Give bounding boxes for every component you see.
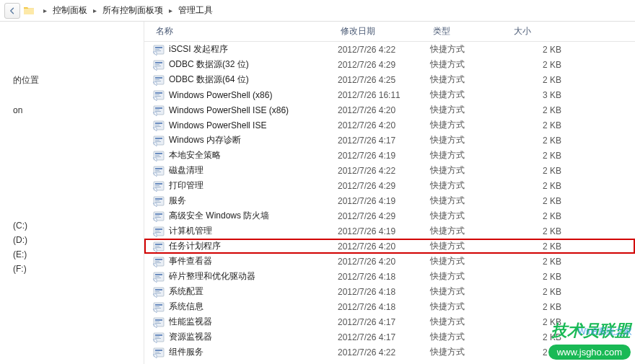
- file-name: 服务: [169, 195, 338, 207]
- file-size: 2 KB: [511, 136, 597, 146]
- file-name: 本地安全策略: [169, 149, 338, 161]
- file-size: 2 KB: [511, 332, 597, 342]
- svg-rect-26: [155, 140, 159, 141]
- file-size: 2 KB: [511, 302, 597, 312]
- sidebar-item[interactable]: on: [0, 103, 144, 117]
- svg-rect-65: [155, 289, 162, 290]
- file-type: 快捷方式: [430, 195, 511, 207]
- sidebar-item-drive-f[interactable]: (F:): [0, 262, 144, 276]
- file-name: iSCSI 发起程序: [169, 43, 338, 56]
- file-row[interactable]: 系统信息2012/7/26 4:18快捷方式2 KB: [144, 299, 635, 314]
- file-date: 2012/7/26 4:17: [338, 317, 430, 327]
- shortcut-icon: [153, 316, 165, 328]
- file-row[interactable]: Windows PowerShell ISE2012/7/26 4:20快捷方式…: [144, 117, 635, 133]
- file-size: 2 KB: [511, 105, 597, 115]
- file-date: 2012/7/26 4:17: [338, 136, 430, 146]
- file-row[interactable]: 本地安全策略2012/7/26 4:19快捷方式2 KB: [144, 148, 635, 163]
- breadcrumb-item[interactable]: 管理工具: [175, 3, 216, 18]
- shortcut-icon: [153, 256, 165, 267]
- svg-rect-39: [155, 187, 161, 187]
- breadcrumb: ▸ 控制面板 ▸ 所有控制面板项 ▸ 管理工具: [42, 3, 216, 18]
- file-row[interactable]: Windows PowerShell (x86)2012/7/26 16:11快…: [144, 87, 635, 102]
- svg-rect-31: [155, 156, 161, 157]
- back-button[interactable]: [4, 3, 20, 19]
- file-name: Windows 内存诊断: [169, 134, 338, 146]
- file-row[interactable]: Windows 内存诊断2012/7/26 4:17快捷方式2 KB: [144, 133, 635, 148]
- svg-rect-83: [155, 353, 161, 354]
- sidebar-item-drive-d[interactable]: (D:): [0, 233, 144, 247]
- file-name: 性能监视器: [169, 316, 338, 328]
- file-size: 2 KB: [511, 60, 597, 70]
- file-date: 2012/7/26 16:11: [338, 90, 430, 100]
- file-size: 2 KB: [511, 257, 597, 267]
- file-type: 快捷方式: [430, 164, 511, 177]
- file-row[interactable]: 计算机管理2012/7/26 4:19快捷方式2 KB: [144, 223, 635, 239]
- svg-rect-19: [155, 111, 161, 112]
- file-rows: iSCSI 发起程序2012/7/26 4:22快捷方式2 KBODBC 数据源…: [144, 42, 635, 364]
- file-row[interactable]: 高级安全 Windows 防火墙2012/7/26 4:29快捷方式2 KB: [144, 208, 635, 223]
- file-row[interactable]: 服务2012/7/26 4:19快捷方式2 KB: [144, 193, 635, 208]
- svg-rect-63: [155, 278, 161, 278]
- file-row[interactable]: 性能监视器2012/7/26 4:17快捷方式2 KB: [144, 314, 635, 329]
- svg-rect-55: [155, 247, 161, 248]
- file-row[interactable]: 打印管理2012/7/26 4:29快捷方式2 KB: [144, 178, 635, 193]
- column-header-type[interactable]: 类型: [430, 25, 511, 37]
- shortcut-icon: [153, 44, 165, 56]
- file-type: 快捷方式: [430, 179, 511, 192]
- svg-rect-46: [155, 216, 159, 216]
- file-name: 任务计划程序: [169, 240, 338, 252]
- shortcut-icon: [153, 105, 165, 116]
- file-date: 2012/7/26 4:29: [338, 60, 430, 70]
- breadcrumb-item[interactable]: 控制面板: [50, 3, 90, 18]
- svg-rect-41: [155, 198, 162, 200]
- svg-rect-1: [155, 47, 162, 48]
- sidebar-item[interactable]: 的位置: [0, 72, 144, 89]
- file-type: 快捷方式: [430, 74, 511, 86]
- svg-rect-34: [155, 170, 159, 171]
- file-row[interactable]: 系统配置2012/7/26 4:18快捷方式2 KB: [144, 284, 635, 299]
- file-type: 快捷方式: [430, 89, 511, 101]
- file-type: 快捷方式: [430, 285, 511, 298]
- svg-rect-7: [155, 66, 161, 66]
- svg-rect-78: [155, 337, 159, 337]
- breadcrumb-item[interactable]: 所有控制面板项: [100, 3, 166, 18]
- file-date: 2012/7/26 4:22: [338, 166, 430, 176]
- file-type: 快捷方式: [430, 255, 511, 267]
- file-row[interactable]: 事件查看器2012/7/26 4:20快捷方式2 KB: [144, 254, 635, 269]
- file-name: Windows PowerShell ISE (x86): [169, 105, 338, 115]
- file-row[interactable]: ODBC 数据源(64 位)2012/7/26 4:25快捷方式2 KB: [144, 72, 635, 87]
- column-header-date[interactable]: 修改日期: [338, 25, 430, 37]
- file-date: 2012/7/26 4:25: [338, 75, 430, 85]
- file-name: ODBC 数据源(32 位): [169, 58, 338, 71]
- file-row[interactable]: 碎片整理和优化驱动器2012/7/26 4:18快捷方式2 KB: [144, 269, 635, 284]
- file-name: 计算机管理: [169, 225, 338, 237]
- file-row[interactable]: 磁盘清理2012/7/26 4:22快捷方式2 KB: [144, 163, 635, 178]
- shortcut-icon: [153, 180, 165, 192]
- file-size: 2 KB: [511, 75, 597, 85]
- shortcut-icon: [153, 120, 165, 131]
- file-type: 快捷方式: [430, 58, 511, 71]
- file-size: 2 KB: [511, 272, 597, 282]
- file-row[interactable]: 任务计划程序2012/7/26 4:20快捷方式2 KB: [144, 239, 635, 254]
- file-row[interactable]: Windows PowerShell ISE (x86)2012/7/26 4:…: [144, 102, 635, 117]
- file-row[interactable]: ODBC 数据源(32 位)2012/7/26 4:29快捷方式2 KB: [144, 57, 635, 72]
- sidebar-item-drive-c[interactable]: (C:): [0, 218, 144, 233]
- file-row[interactable]: iSCSI 发起程序2012/7/26 4:22快捷方式2 KB: [144, 42, 635, 57]
- file-type: 快捷方式: [430, 210, 511, 222]
- file-type: 快捷方式: [430, 225, 511, 237]
- file-row[interactable]: 组件服务2012/7/26 4:22快捷方式2 KB: [144, 345, 635, 360]
- svg-rect-21: [155, 123, 162, 124]
- svg-rect-50: [155, 231, 159, 231]
- svg-rect-9: [155, 77, 162, 79]
- chevron-right-icon: ▸: [42, 6, 48, 14]
- shortcut-icon: [153, 165, 165, 177]
- svg-rect-74: [155, 321, 159, 322]
- svg-rect-3: [155, 50, 161, 51]
- shortcut-icon: [153, 271, 165, 283]
- sidebar-item-drive-e[interactable]: (E:): [0, 247, 144, 262]
- file-row[interactable]: 资源监视器2012/7/26 4:17快捷方式2 KB: [144, 329, 635, 345]
- column-header-size[interactable]: 大小: [511, 25, 597, 37]
- file-name: 系统信息: [169, 301, 338, 313]
- svg-rect-70: [155, 306, 159, 307]
- column-header-name[interactable]: 名称: [153, 25, 338, 37]
